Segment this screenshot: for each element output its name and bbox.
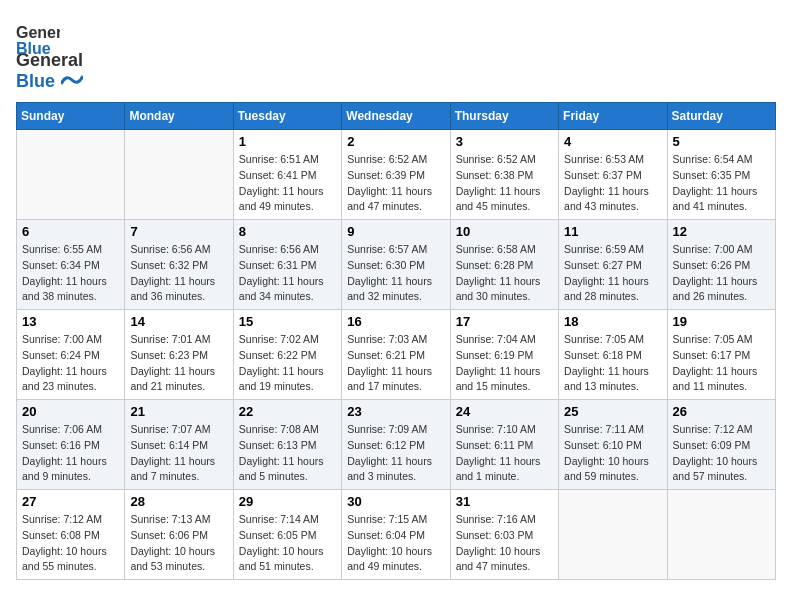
- weekday-tuesday: Tuesday: [233, 103, 341, 130]
- weekday-wednesday: Wednesday: [342, 103, 450, 130]
- day-number: 15: [239, 314, 336, 329]
- calendar-week-row: 20Sunrise: 7:06 AMSunset: 6:16 PMDayligh…: [17, 400, 776, 490]
- day-number: 6: [22, 224, 119, 239]
- calendar-cell: 9Sunrise: 6:57 AMSunset: 6:30 PMDaylight…: [342, 220, 450, 310]
- day-info: Sunrise: 6:58 AMSunset: 6:28 PMDaylight:…: [456, 242, 553, 305]
- day-number: 19: [673, 314, 770, 329]
- calendar-cell: 23Sunrise: 7:09 AMSunset: 6:12 PMDayligh…: [342, 400, 450, 490]
- calendar-cell: 1Sunrise: 6:51 AMSunset: 6:41 PMDaylight…: [233, 130, 341, 220]
- day-info: Sunrise: 6:56 AMSunset: 6:31 PMDaylight:…: [239, 242, 336, 305]
- calendar-cell: 31Sunrise: 7:16 AMSunset: 6:03 PMDayligh…: [450, 490, 558, 580]
- day-info: Sunrise: 7:00 AMSunset: 6:26 PMDaylight:…: [673, 242, 770, 305]
- calendar-week-row: 1Sunrise: 6:51 AMSunset: 6:41 PMDaylight…: [17, 130, 776, 220]
- calendar-cell: [125, 130, 233, 220]
- calendar-cell: 2Sunrise: 6:52 AMSunset: 6:39 PMDaylight…: [342, 130, 450, 220]
- weekday-saturday: Saturday: [667, 103, 775, 130]
- day-info: Sunrise: 7:07 AMSunset: 6:14 PMDaylight:…: [130, 422, 227, 485]
- day-info: Sunrise: 7:11 AMSunset: 6:10 PMDaylight:…: [564, 422, 661, 485]
- day-number: 31: [456, 494, 553, 509]
- day-number: 13: [22, 314, 119, 329]
- calendar-cell: 14Sunrise: 7:01 AMSunset: 6:23 PMDayligh…: [125, 310, 233, 400]
- calendar-cell: 19Sunrise: 7:05 AMSunset: 6:17 PMDayligh…: [667, 310, 775, 400]
- day-number: 20: [22, 404, 119, 419]
- day-info: Sunrise: 7:06 AMSunset: 6:16 PMDaylight:…: [22, 422, 119, 485]
- calendar-week-row: 13Sunrise: 7:00 AMSunset: 6:24 PMDayligh…: [17, 310, 776, 400]
- weekday-thursday: Thursday: [450, 103, 558, 130]
- day-number: 27: [22, 494, 119, 509]
- svg-text:Blue: Blue: [16, 40, 51, 57]
- day-number: 5: [673, 134, 770, 149]
- day-number: 17: [456, 314, 553, 329]
- calendar-cell: 5Sunrise: 6:54 AMSunset: 6:35 PMDaylight…: [667, 130, 775, 220]
- calendar-cell: 6Sunrise: 6:55 AMSunset: 6:34 PMDaylight…: [17, 220, 125, 310]
- calendar-cell: 15Sunrise: 7:02 AMSunset: 6:22 PMDayligh…: [233, 310, 341, 400]
- day-number: 25: [564, 404, 661, 419]
- calendar-cell: 20Sunrise: 7:06 AMSunset: 6:16 PMDayligh…: [17, 400, 125, 490]
- calendar-cell: 3Sunrise: 6:52 AMSunset: 6:38 PMDaylight…: [450, 130, 558, 220]
- calendar-table: SundayMondayTuesdayWednesdayThursdayFrid…: [16, 102, 776, 580]
- weekday-monday: Monday: [125, 103, 233, 130]
- calendar-cell: 24Sunrise: 7:10 AMSunset: 6:11 PMDayligh…: [450, 400, 558, 490]
- weekday-sunday: Sunday: [17, 103, 125, 130]
- day-info: Sunrise: 7:12 AMSunset: 6:08 PMDaylight:…: [22, 512, 119, 575]
- calendar-cell: 22Sunrise: 7:08 AMSunset: 6:13 PMDayligh…: [233, 400, 341, 490]
- day-info: Sunrise: 7:05 AMSunset: 6:18 PMDaylight:…: [564, 332, 661, 395]
- calendar-cell: 29Sunrise: 7:14 AMSunset: 6:05 PMDayligh…: [233, 490, 341, 580]
- svg-text:General: General: [16, 24, 60, 41]
- calendar-cell: 17Sunrise: 7:04 AMSunset: 6:19 PMDayligh…: [450, 310, 558, 400]
- day-info: Sunrise: 7:13 AMSunset: 6:06 PMDaylight:…: [130, 512, 227, 575]
- day-info: Sunrise: 7:15 AMSunset: 6:04 PMDaylight:…: [347, 512, 444, 575]
- day-info: Sunrise: 6:56 AMSunset: 6:32 PMDaylight:…: [130, 242, 227, 305]
- day-info: Sunrise: 6:57 AMSunset: 6:30 PMDaylight:…: [347, 242, 444, 305]
- calendar-cell: 21Sunrise: 7:07 AMSunset: 6:14 PMDayligh…: [125, 400, 233, 490]
- day-info: Sunrise: 6:52 AMSunset: 6:39 PMDaylight:…: [347, 152, 444, 215]
- day-info: Sunrise: 7:10 AMSunset: 6:11 PMDaylight:…: [456, 422, 553, 485]
- calendar-cell: 25Sunrise: 7:11 AMSunset: 6:10 PMDayligh…: [559, 400, 667, 490]
- day-number: 22: [239, 404, 336, 419]
- day-number: 10: [456, 224, 553, 239]
- page-header: General Blue General Blue: [16, 16, 776, 92]
- day-number: 21: [130, 404, 227, 419]
- calendar-body: 1Sunrise: 6:51 AMSunset: 6:41 PMDaylight…: [17, 130, 776, 580]
- day-info: Sunrise: 6:59 AMSunset: 6:27 PMDaylight:…: [564, 242, 661, 305]
- calendar-cell: 12Sunrise: 7:00 AMSunset: 6:26 PMDayligh…: [667, 220, 775, 310]
- day-number: 7: [130, 224, 227, 239]
- calendar-cell: 18Sunrise: 7:05 AMSunset: 6:18 PMDayligh…: [559, 310, 667, 400]
- day-info: Sunrise: 7:03 AMSunset: 6:21 PMDaylight:…: [347, 332, 444, 395]
- calendar-cell: [17, 130, 125, 220]
- day-number: 11: [564, 224, 661, 239]
- weekday-header-row: SundayMondayTuesdayWednesdayThursdayFrid…: [17, 103, 776, 130]
- day-info: Sunrise: 6:54 AMSunset: 6:35 PMDaylight:…: [673, 152, 770, 215]
- day-info: Sunrise: 6:51 AMSunset: 6:41 PMDaylight:…: [239, 152, 336, 215]
- day-info: Sunrise: 7:16 AMSunset: 6:03 PMDaylight:…: [456, 512, 553, 575]
- day-number: 29: [239, 494, 336, 509]
- day-info: Sunrise: 7:14 AMSunset: 6:05 PMDaylight:…: [239, 512, 336, 575]
- calendar-cell: 16Sunrise: 7:03 AMSunset: 6:21 PMDayligh…: [342, 310, 450, 400]
- calendar-cell: 28Sunrise: 7:13 AMSunset: 6:06 PMDayligh…: [125, 490, 233, 580]
- calendar-cell: 10Sunrise: 6:58 AMSunset: 6:28 PMDayligh…: [450, 220, 558, 310]
- calendar-cell: 4Sunrise: 6:53 AMSunset: 6:37 PMDaylight…: [559, 130, 667, 220]
- calendar-cell: 27Sunrise: 7:12 AMSunset: 6:08 PMDayligh…: [17, 490, 125, 580]
- calendar-cell: 26Sunrise: 7:12 AMSunset: 6:09 PMDayligh…: [667, 400, 775, 490]
- day-number: 12: [673, 224, 770, 239]
- day-info: Sunrise: 6:52 AMSunset: 6:38 PMDaylight:…: [456, 152, 553, 215]
- day-info: Sunrise: 7:01 AMSunset: 6:23 PMDaylight:…: [130, 332, 227, 395]
- calendar-cell: 13Sunrise: 7:00 AMSunset: 6:24 PMDayligh…: [17, 310, 125, 400]
- calendar-week-row: 27Sunrise: 7:12 AMSunset: 6:08 PMDayligh…: [17, 490, 776, 580]
- logo-icon: General Blue: [16, 16, 60, 60]
- logo-wave-icon: [61, 74, 83, 88]
- day-info: Sunrise: 7:02 AMSunset: 6:22 PMDaylight:…: [239, 332, 336, 395]
- day-number: 9: [347, 224, 444, 239]
- day-number: 4: [564, 134, 661, 149]
- day-number: 23: [347, 404, 444, 419]
- day-info: Sunrise: 7:12 AMSunset: 6:09 PMDaylight:…: [673, 422, 770, 485]
- day-number: 3: [456, 134, 553, 149]
- logo-blue: Blue: [16, 71, 55, 91]
- weekday-friday: Friday: [559, 103, 667, 130]
- day-number: 26: [673, 404, 770, 419]
- day-info: Sunrise: 7:05 AMSunset: 6:17 PMDaylight:…: [673, 332, 770, 395]
- day-number: 30: [347, 494, 444, 509]
- day-number: 18: [564, 314, 661, 329]
- logo: General Blue General Blue: [16, 16, 83, 92]
- day-info: Sunrise: 7:09 AMSunset: 6:12 PMDaylight:…: [347, 422, 444, 485]
